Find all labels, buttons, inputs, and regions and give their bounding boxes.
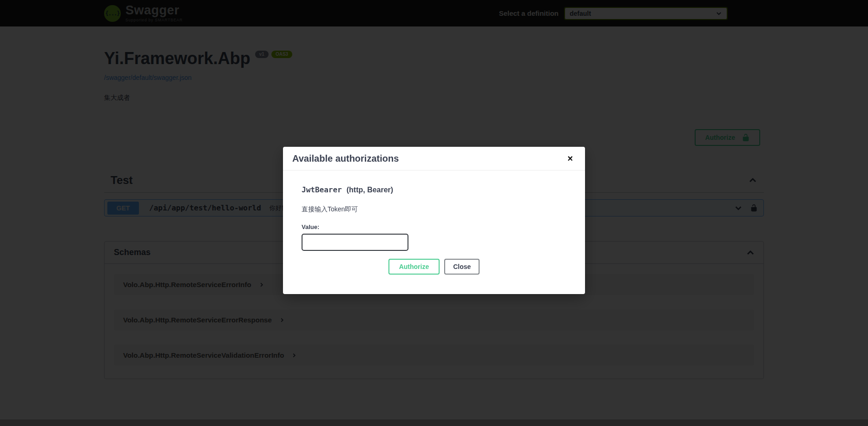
value-label: Value: xyxy=(302,223,566,230)
modal-close-button[interactable]: Close xyxy=(444,259,480,275)
auth-scheme-description: 直接输入Token即可 xyxy=(302,205,566,214)
modal-title: Available authorizations xyxy=(292,153,399,164)
modal-header: Available authorizations × xyxy=(283,147,585,170)
auth-scheme-meta: (http, Bearer) xyxy=(347,186,393,194)
modal-authorize-button[interactable]: Authorize xyxy=(388,259,440,275)
modal-button-row: Authorize Close xyxy=(302,259,566,275)
modal-body: JwtBearer (http, Bearer) 直接输入Token即可 Val… xyxy=(283,170,585,294)
auth-scheme-name: JwtBearer xyxy=(302,185,342,194)
authorizations-modal: Available authorizations × JwtBearer (ht… xyxy=(283,147,585,294)
close-icon[interactable]: × xyxy=(565,153,576,164)
token-value-input[interactable] xyxy=(302,234,408,251)
